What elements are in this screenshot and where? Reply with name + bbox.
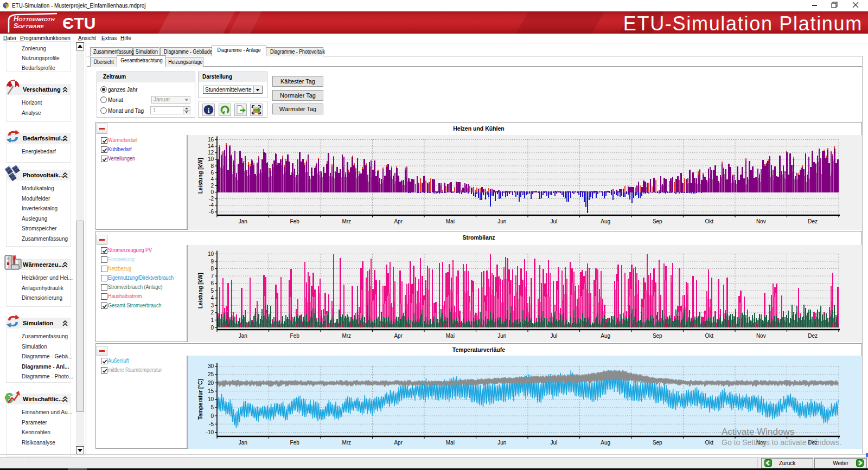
svg-text:Jan: Jan [239,218,247,224]
svg-text:-6: -6 [209,209,214,215]
svg-text:3: 3 [210,302,214,308]
svg-text:10: 10 [208,396,214,402]
svg-text:Feb: Feb [290,440,300,446]
svg-text:Jul: Jul [550,218,557,224]
svg-text:Nov: Nov [756,218,766,224]
svg-text:Aug: Aug [601,333,610,339]
svg-text:9: 9 [210,259,214,265]
svg-text:0: 0 [210,189,214,195]
svg-text:2: 2 [210,310,214,316]
svg-text:2: 2 [210,183,214,189]
svg-text:6: 6 [210,280,214,286]
svg-text:Jan: Jan [239,440,247,446]
svg-text:15: 15 [208,388,214,394]
svg-text:Okt: Okt [705,218,713,224]
svg-text:Dez: Dez [808,218,818,224]
svg-text:30: 30 [208,363,214,369]
svg-text:Aug: Aug [601,218,610,224]
svg-text:Mrz: Mrz [342,440,351,446]
svg-text:Nov: Nov [756,333,766,339]
svg-text:7: 7 [210,273,214,279]
svg-text:5: 5 [210,288,214,294]
svg-text:12: 12 [208,150,214,156]
svg-text:Sep: Sep [653,440,662,446]
svg-text:Mrz: Mrz [342,218,351,224]
svg-text:Aug: Aug [601,440,610,446]
svg-text:20: 20 [208,380,214,386]
svg-text:Sep: Sep [653,333,662,339]
svg-text:Apr: Apr [394,218,403,224]
svg-text:1: 1 [210,317,214,323]
svg-text:Leistung [kW]: Leistung [kW] [197,158,203,194]
svg-text:Jun: Jun [497,333,506,339]
svg-text:8: 8 [210,266,214,272]
svg-text:-2: -2 [209,196,214,202]
svg-text:Apr: Apr [394,333,403,339]
svg-text:Jul: Jul [550,440,557,446]
svg-text:Okt: Okt [705,333,713,339]
svg-text:4: 4 [210,176,214,182]
svg-text:Mai: Mai [446,218,455,224]
svg-text:Dez: Dez [808,333,818,339]
svg-text:10: 10 [208,156,214,162]
svg-text:6: 6 [210,170,214,176]
svg-text:Sep: Sep [653,218,662,224]
svg-text:0: 0 [210,413,214,419]
svg-text:Jun: Jun [497,440,506,446]
svg-text:Feb: Feb [290,333,300,339]
svg-text:14: 14 [208,143,214,149]
svg-text:Okt: Okt [705,440,713,446]
svg-text:i: i [208,106,210,114]
svg-text:25: 25 [208,371,214,377]
svg-text:0: 0 [210,325,214,331]
svg-text:Mai: Mai [446,440,455,446]
svg-text:-10: -10 [206,429,214,435]
svg-text:10: 10 [208,251,214,257]
svg-text:8: 8 [210,163,214,169]
svg-text:Temperatur [°C]: Temperatur [°C] [197,379,203,420]
svg-text:Apr: Apr [394,440,403,446]
svg-text:16: 16 [208,137,214,143]
svg-text:4: 4 [210,295,214,301]
svg-text:Feb: Feb [290,218,300,224]
svg-text:Jan: Jan [239,333,247,339]
svg-text:Mrz: Mrz [342,333,351,339]
svg-text:-4: -4 [209,202,214,208]
svg-text:Leistung [kW]: Leistung [kW] [197,273,203,308]
svg-text:Jun: Jun [497,218,506,224]
svg-text:Mai: Mai [446,333,455,339]
svg-text:Jul: Jul [550,333,557,339]
svg-text:-5: -5 [209,421,214,427]
svg-text:5: 5 [210,404,214,410]
